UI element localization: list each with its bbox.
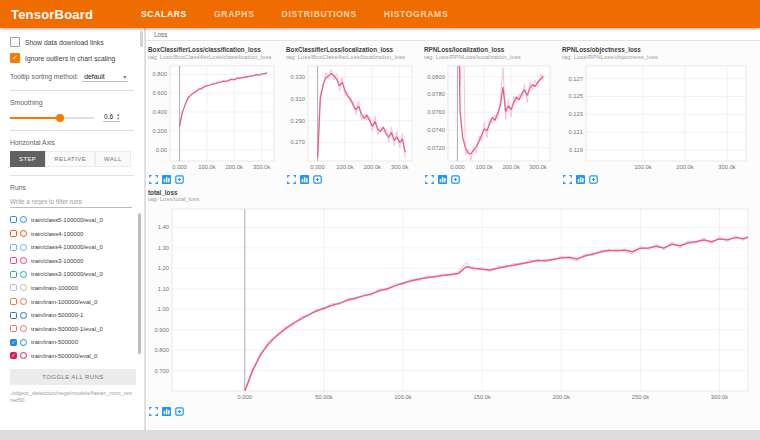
run-isolator-icon[interactable]	[20, 312, 27, 319]
expand-icon[interactable]	[563, 175, 572, 184]
chart-tag: tag: Loss/total_loss	[148, 196, 760, 203]
chart-plot-objectness-loss[interactable]: 0.1270.1250.1230.1210.119100.0k200.0k300…	[562, 63, 754, 173]
run-checkbox[interactable]: ✓	[10, 339, 17, 346]
step-button[interactable]: STEP	[10, 151, 45, 167]
fit-domain-icon[interactable]	[589, 175, 598, 184]
chart-tag: tag: Loss/RPNLoss/localization_loss	[424, 54, 562, 61]
run-item[interactable]: ✓train/train-500000/eval_0	[10, 349, 144, 363]
run-item[interactable]: ✓train/train-100000	[10, 281, 144, 295]
run-isolator-icon[interactable]	[20, 216, 27, 223]
svg-text:1.20: 1.20	[158, 265, 169, 271]
svg-text:100.0k: 100.0k	[336, 164, 354, 170]
chart-type-toggle-icon[interactable]	[300, 175, 309, 184]
chart-type-toggle-icon[interactable]	[162, 175, 171, 184]
tooltip-sorting-dropdown[interactable]: default▾	[82, 72, 128, 82]
tensorboard-logo: TensorBoard	[11, 7, 129, 22]
svg-text:1.30: 1.30	[158, 245, 169, 251]
run-item[interactable]: ✓train/class4-100000/eval_0	[10, 240, 144, 254]
svg-text:100.0k: 100.0k	[198, 164, 216, 170]
run-checkbox[interactable]: ✓	[10, 216, 17, 223]
run-item[interactable]: ✓train/class3-100000/eval_0	[10, 268, 144, 282]
run-checkbox[interactable]: ✓	[10, 230, 17, 237]
runs-list: ✓train/class5-100000/eval_0 ✓train/class…	[10, 213, 144, 364]
category-header-loss[interactable]: Loss	[146, 28, 760, 41]
runs-list-scrollbar[interactable]	[138, 213, 141, 354]
slider-thumb[interactable]	[56, 114, 64, 122]
svg-text:1.10: 1.10	[158, 286, 169, 292]
tab-scalars[interactable]: SCALARS	[141, 9, 187, 19]
run-item[interactable]: ✓train/class3-100000	[10, 254, 144, 268]
run-isolator-icon[interactable]	[20, 284, 27, 291]
chart-title: BoxClassifierLoss/classification_loss	[148, 46, 286, 54]
expand-icon[interactable]	[425, 175, 434, 184]
run-isolator-icon[interactable]	[20, 325, 27, 332]
svg-text:0.700: 0.700	[154, 368, 169, 374]
smoothing-value-spinner[interactable]: 0.6 ▴▾	[103, 113, 120, 122]
run-item[interactable]: ✓train/class5-100000/eval_0	[10, 213, 144, 227]
fit-domain-icon[interactable]	[451, 175, 460, 184]
smoothing-slider[interactable]	[10, 117, 94, 119]
chart-plot-classification-loss[interactable]: 0.8000.6000.4000.2000.000.000100.0k200.0…	[148, 63, 278, 173]
run-checkbox[interactable]: ✓	[10, 257, 17, 264]
chart-type-toggle-icon[interactable]	[438, 175, 447, 184]
svg-text:0.800: 0.800	[152, 71, 167, 77]
run-checkbox[interactable]: ✓	[10, 325, 17, 332]
run-isolator-icon[interactable]	[20, 298, 27, 305]
expand-icon[interactable]	[149, 175, 158, 184]
toggle-all-runs-button[interactable]: TOGGLE ALL RUNS	[10, 369, 136, 385]
run-isolator-icon[interactable]	[20, 271, 27, 278]
expand-icon[interactable]	[287, 175, 296, 184]
run-item[interactable]: ✓train/train-500000-1	[10, 308, 144, 322]
svg-text:150.0k: 150.0k	[473, 394, 491, 400]
spinner-arrows-icon[interactable]: ▴▾	[117, 113, 119, 120]
chart-plot-boxloc-loss[interactable]: 0.3300.3100.2900.2700.000100.0k200.0k300…	[286, 63, 416, 173]
run-checkbox[interactable]: ✓	[10, 271, 17, 278]
wall-button[interactable]: WALL	[95, 151, 131, 167]
chart-plot-rpnloc-loss[interactable]: 0.08000.07800.07600.07400.07200.000100.0…	[424, 63, 554, 173]
sidebar-scrollbar[interactable]	[140, 31, 143, 47]
tab-graphs[interactable]: GRAPHS	[214, 9, 255, 19]
relative-button[interactable]: RELATIVE	[45, 151, 95, 167]
runs-filter-input[interactable]	[10, 196, 132, 208]
run-checkbox[interactable]: ✓	[10, 298, 17, 305]
tooltip-sorting-row: Tooltip sorting method: default▾	[10, 72, 144, 82]
run-item[interactable]: ✓train/train-500000	[10, 336, 144, 350]
smoothing-value[interactable]: 0.6	[104, 113, 117, 120]
svg-text:100.0k: 100.0k	[634, 164, 652, 170]
run-item[interactable]: ✓train/train-500000-1/eval_0	[10, 322, 144, 336]
run-isolator-icon[interactable]	[20, 230, 27, 237]
run-item[interactable]: ✓train/train-100000/eval_0	[10, 295, 144, 309]
chart-plot-total-loss[interactable]: 1.401.301.201.101.000.9000.8000.7000.000…	[148, 205, 754, 405]
fit-domain-icon[interactable]	[175, 175, 184, 184]
smoothing-label: Smoothing	[10, 99, 144, 106]
show-download-links-checkbox[interactable]: ✓	[10, 37, 20, 47]
ignore-outliers-row[interactable]: ✓ Ignore outliers in chart scaling	[10, 53, 144, 63]
svg-text:0.125: 0.125	[568, 93, 583, 99]
run-item[interactable]: ✓train/class4-100000	[10, 227, 144, 241]
expand-icon[interactable]	[149, 407, 158, 416]
chart-toolbar	[287, 175, 424, 184]
run-checkbox[interactable]: ✓	[10, 352, 17, 359]
run-isolator-icon[interactable]	[20, 352, 27, 359]
ignore-outliers-checkbox[interactable]: ✓	[10, 53, 20, 63]
svg-text:300.0k: 300.0k	[529, 164, 547, 170]
svg-text:1.40: 1.40	[158, 224, 169, 230]
tab-distributions[interactable]: DISTRIBUTIONS	[282, 9, 357, 19]
chart-title: RPNLoss/localization_loss	[424, 46, 562, 54]
run-isolator-icon[interactable]	[20, 257, 27, 264]
run-checkbox[interactable]: ✓	[10, 244, 17, 251]
run-isolator-icon[interactable]	[20, 339, 27, 346]
svg-text:0.00: 0.00	[156, 146, 167, 152]
chart-type-toggle-icon[interactable]	[576, 175, 585, 184]
chart-title: RPNLoss/objectness_loss	[562, 46, 760, 54]
chart-type-toggle-icon[interactable]	[162, 407, 171, 416]
divider	[10, 90, 134, 91]
run-checkbox[interactable]: ✓	[10, 284, 17, 291]
run-isolator-icon[interactable]	[20, 244, 27, 251]
fit-domain-icon[interactable]	[175, 407, 184, 416]
svg-text:0.000: 0.000	[450, 164, 465, 170]
show-download-links-row[interactable]: ✓ Show data download links	[10, 37, 144, 47]
tab-histograms[interactable]: HISTOGRAMS	[384, 9, 448, 19]
fit-domain-icon[interactable]	[313, 175, 322, 184]
run-checkbox[interactable]: ✓	[10, 312, 17, 319]
